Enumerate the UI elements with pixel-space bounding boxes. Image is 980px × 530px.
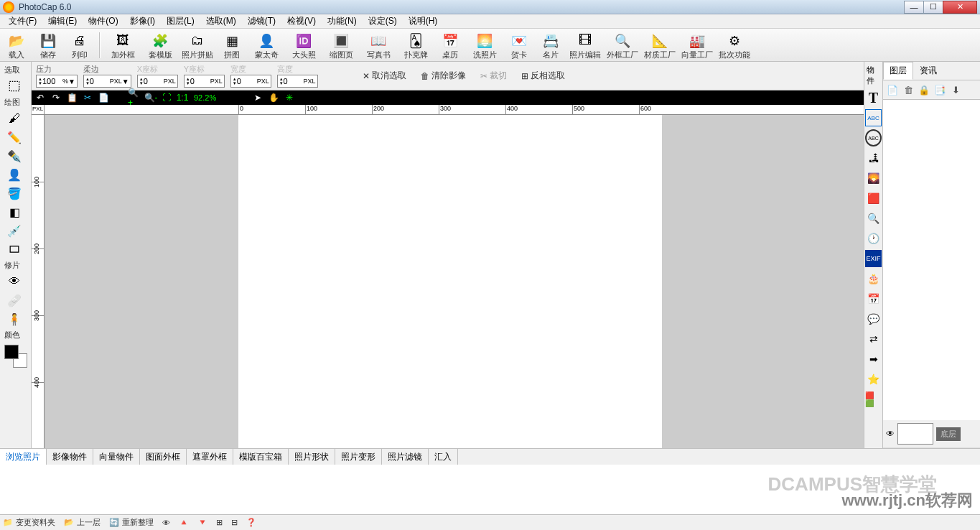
menu-9[interactable]: 设定(S) bbox=[363, 14, 403, 29]
calendar-button[interactable]: 📅桌历 bbox=[437, 29, 464, 61]
bottom-tab-0[interactable]: 浏览照片 bbox=[0, 449, 47, 465]
redeye-tool[interactable]: 👁 bbox=[1, 272, 27, 291]
actual-button[interactable]: 1:1 bbox=[175, 91, 190, 104]
clone-tool[interactable]: 🧍 bbox=[1, 310, 27, 328]
bottom-tab-5[interactable]: 模版百宝箱 bbox=[233, 449, 289, 465]
puzzle-button[interactable]: ▦拼图 bbox=[218, 29, 246, 61]
clear-action[interactable]: 🗑 清除影像 bbox=[416, 68, 470, 83]
template-button[interactable]: 🧩套模版 bbox=[144, 29, 177, 61]
tab-info[interactable]: 资讯 bbox=[913, 62, 943, 80]
change-folder-button[interactable]: 📁 变更资料夹 bbox=[3, 517, 55, 528]
crop-action[interactable]: ✂ 裁切 bbox=[476, 68, 511, 83]
pen-tool[interactable]: ✒️ bbox=[1, 147, 27, 165]
menu-5[interactable]: 选取(M) bbox=[200, 14, 242, 29]
tab-layers[interactable]: 图层 bbox=[883, 62, 913, 80]
cake-icon[interactable]: 🎂 bbox=[865, 270, 882, 287]
star-icon[interactable]: ⭐ bbox=[865, 371, 882, 388]
heal-tool[interactable]: 🩹 bbox=[1, 291, 27, 310]
help-icon[interactable]: ❓ bbox=[246, 518, 256, 527]
zoom-out-button[interactable]: 🔍- bbox=[144, 91, 158, 104]
hand-tool[interactable]: ✋ bbox=[266, 91, 281, 104]
soft-input[interactable]: ▲▼PXL▼ bbox=[83, 75, 131, 88]
new-layer-icon[interactable]: 📄 bbox=[886, 83, 899, 96]
exif-icon[interactable]: EXIF bbox=[865, 250, 882, 267]
w-input[interactable]: ▲▼PXL bbox=[230, 75, 271, 88]
misc-tool[interactable]: ✳ bbox=[282, 91, 297, 104]
vector-factory-button[interactable]: 🏭向量工厂 bbox=[681, 29, 714, 61]
y-input[interactable]: ▲▼PXL bbox=[184, 75, 225, 88]
frame-factory-button[interactable]: 🔍外框工厂 bbox=[606, 29, 639, 61]
view-icon-3[interactable]: 🔻 bbox=[197, 518, 207, 527]
speech-icon[interactable]: 💬 bbox=[865, 310, 882, 327]
montage-button[interactable]: 👤蒙太奇 bbox=[250, 29, 283, 61]
canvas[interactable] bbox=[238, 115, 662, 448]
layer-row[interactable]: 👁 底层 bbox=[883, 420, 980, 448]
magnify-icon[interactable]: 🔍 bbox=[865, 210, 882, 227]
bottom-tab-7[interactable]: 照片变形 bbox=[335, 449, 382, 465]
x-input[interactable]: ▲▼PXL bbox=[137, 75, 178, 88]
view-icon-5[interactable]: ⊟ bbox=[231, 518, 238, 527]
arrows-lr-icon[interactable]: ⇄ bbox=[865, 330, 882, 348]
pointer-tool[interactable]: ➤ bbox=[251, 91, 265, 104]
redo-button[interactable]: ↷ bbox=[49, 91, 63, 104]
invert-action[interactable]: ⊞ 反相选取 bbox=[517, 68, 569, 83]
abc-box-icon[interactable]: ABC bbox=[865, 109, 882, 126]
edit-button[interactable]: 🎞照片编辑 bbox=[569, 29, 602, 61]
delete-layer-icon[interactable]: 🗑 bbox=[902, 83, 915, 96]
bottom-tab-8[interactable]: 照片滤镜 bbox=[382, 449, 429, 465]
deselect-action[interactable]: ✕ 取消选取 bbox=[358, 68, 411, 83]
add-frame-button[interactable]: 🖼加外框 bbox=[106, 29, 139, 61]
shape-tool[interactable] bbox=[1, 240, 27, 259]
maximize-button[interactable]: ☐ bbox=[923, 1, 943, 14]
copy-button[interactable]: 📋 bbox=[65, 91, 79, 104]
greeting-button[interactable]: 💌贺卡 bbox=[505, 29, 533, 61]
refresh-button[interactable]: 🔄 重新整理 bbox=[109, 517, 154, 528]
bottom-tab-1[interactable]: 影像物件 bbox=[47, 449, 93, 465]
canvas-area[interactable] bbox=[45, 115, 864, 448]
bottom-tab-3[interactable]: 图面外框 bbox=[140, 449, 187, 465]
marquee-tool[interactable] bbox=[1, 77, 27, 96]
h-input[interactable]: ▲▼PXL bbox=[277, 75, 318, 88]
save-button[interactable]: 💾储存 bbox=[34, 29, 62, 61]
menu-6[interactable]: 滤镜(T) bbox=[242, 14, 281, 29]
eyedropper-tool[interactable]: 💉 bbox=[1, 221, 27, 240]
book-button[interactable]: 📖写真书 bbox=[362, 29, 395, 61]
close-button[interactable]: ✕ bbox=[943, 1, 977, 14]
merge-layer-icon[interactable]: ⬇ bbox=[949, 83, 962, 96]
bottom-tab-4[interactable]: 遮罩外框 bbox=[187, 449, 233, 465]
up-folder-button[interactable]: 📂 上一层 bbox=[64, 517, 101, 528]
menu-10[interactable]: 说明(H) bbox=[403, 14, 444, 29]
paste-button[interactable]: 📄 bbox=[96, 91, 111, 104]
cut-button[interactable]: ✂ bbox=[80, 91, 95, 104]
namecard-button[interactable]: 📇名片 bbox=[537, 29, 564, 61]
undo-button[interactable]: ↶ bbox=[33, 91, 47, 104]
zoom-in-button[interactable]: 🔍+ bbox=[128, 91, 142, 104]
brush-tool[interactable]: 🖌 bbox=[1, 109, 27, 128]
bucket-tool[interactable]: 🪣 bbox=[1, 184, 27, 203]
dup-layer-icon[interactable]: 📑 bbox=[933, 83, 946, 96]
menu-8[interactable]: 功能(N) bbox=[322, 14, 363, 29]
bottom-tab-6[interactable]: 照片形状 bbox=[289, 449, 335, 465]
minimize-button[interactable]: — bbox=[904, 1, 924, 14]
batch-button[interactable]: ⚙批次功能 bbox=[718, 29, 751, 61]
menu-0[interactable]: 文件(F) bbox=[3, 14, 42, 29]
color-swatch[interactable] bbox=[4, 345, 27, 368]
pencil-tool[interactable]: ✏️ bbox=[1, 128, 27, 147]
stamp-tool[interactable]: 👤 bbox=[1, 165, 27, 184]
menu-3[interactable]: 影像(I) bbox=[124, 14, 161, 29]
photo-icon[interactable]: 🌄 bbox=[865, 169, 882, 187]
rgb-icon[interactable]: 🟥🟩 bbox=[865, 391, 882, 408]
view-icon-4[interactable]: ⊞ bbox=[216, 518, 223, 527]
import-button[interactable]: 📂载入 bbox=[3, 29, 30, 61]
abc-circle-icon[interactable]: ABC bbox=[865, 129, 882, 147]
menu-7[interactable]: 检视(V) bbox=[281, 14, 322, 29]
lock-layer-icon[interactable]: 🔒 bbox=[918, 83, 930, 96]
menu-4[interactable]: 图层(L) bbox=[161, 14, 200, 29]
bottom-tab-9[interactable]: 汇入 bbox=[429, 449, 458, 465]
calendar-icon[interactable]: 📅 bbox=[865, 290, 882, 307]
group-icon[interactable]: 🟥 bbox=[865, 190, 882, 207]
image-icon[interactable]: 🏞 bbox=[865, 149, 882, 167]
material-factory-button[interactable]: 📐材质工厂 bbox=[643, 29, 676, 61]
bottom-tab-2[interactable]: 向量物件 bbox=[93, 449, 140, 465]
text-object-icon[interactable]: T bbox=[865, 89, 882, 106]
